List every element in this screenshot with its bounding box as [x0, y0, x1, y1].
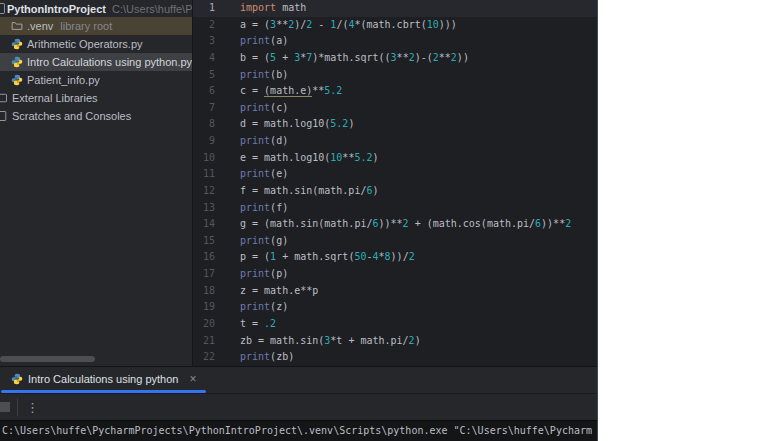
line-number: 4 — [193, 50, 215, 67]
project-tool-window: PythonIntroProject C:\Users\huffe\Py .ve… — [0, 0, 193, 366]
line-number: 1 — [193, 0, 215, 17]
code-text: g = (math.sin(math.pi/6))**2 + (math.cos… — [215, 218, 571, 229]
code-line-12[interactable]: 12f = math.sin(math.pi/6) — [193, 183, 597, 200]
line-number: 19 — [193, 299, 215, 316]
code-text: z = math.e**p — [215, 285, 318, 296]
run-tab[interactable]: Intro Calculations using python × — [0, 367, 207, 393]
code-text: import math — [215, 2, 306, 13]
more-options-icon[interactable]: ⋮ — [26, 401, 39, 414]
code-line-11[interactable]: 11print(e) — [193, 166, 597, 183]
code-line-6[interactable]: 6c = (math.e)**5.2 — [193, 83, 597, 100]
line-number: 11 — [193, 166, 215, 183]
tree-item-arithmetic-operators-py[interactable]: Arithmetic Operators.py — [0, 35, 192, 53]
code-line-13[interactable]: 13print(f) — [193, 200, 597, 217]
code-line-14[interactable]: 14g = (math.sin(math.pi/6))**2 + (math.c… — [193, 216, 597, 233]
python-icon — [10, 38, 23, 51]
code-line-16[interactable]: 16p = (1 + math.sqrt(50-4*8))/2 — [193, 249, 597, 266]
tree-item-label: .venv — [27, 20, 53, 32]
code-line-8[interactable]: 8d = math.log10(5.2) — [193, 116, 597, 133]
project-root-path: C:\Users\huffe\Py — [112, 3, 192, 15]
code-text: e = math.log10(10**5.2) — [215, 152, 379, 163]
tree-item-label: Scratches and Consoles — [12, 110, 131, 122]
line-number: 21 — [193, 333, 215, 350]
project-horizontal-scrollbar[interactable] — [0, 356, 95, 362]
code-line-19[interactable]: 19print(z) — [193, 299, 597, 316]
tree-item-patient-info-py[interactable]: Patient_info.py — [0, 71, 192, 89]
python-icon — [10, 74, 23, 87]
tree-item-label: Arithmetic Operators.py — [27, 38, 143, 50]
code-text: t = .2 — [215, 318, 276, 329]
toolbar-separator — [17, 398, 18, 416]
code-line-1[interactable]: 1import math — [193, 0, 597, 17]
line-number: 6 — [193, 83, 215, 100]
code-text: print(d) — [215, 135, 288, 146]
external-icon — [0, 92, 8, 105]
code-line-9[interactable]: 9print(d) — [193, 133, 597, 150]
tree-item-hint: library root — [60, 20, 112, 32]
line-number: 20 — [193, 316, 215, 333]
code-text: print(zb) — [215, 351, 294, 362]
project-root-row[interactable]: PythonIntroProject C:\Users\huffe\Py — [0, 0, 192, 17]
console-output-line: C:\Users\huffe\PycharmProjects\PythonInt… — [0, 421, 597, 441]
tree-item-external-libraries[interactable]: External Libraries — [0, 89, 192, 107]
code-line-4[interactable]: 4b = (5 + 3*7)*math.sqrt((3**2)-(2**2)) — [193, 50, 597, 67]
code-editor[interactable]: 1import math2a = (3**2)/2 - 1/(4*(math.c… — [193, 0, 597, 366]
pycharm-window: PythonIntroProject C:\Users\huffe\Py .ve… — [0, 0, 598, 441]
folder-icon — [10, 20, 23, 33]
project-tree: .venvlibrary rootArithmetic Operators.py… — [0, 17, 192, 125]
project-root-name: PythonIntroProject — [7, 3, 106, 15]
code-line-22[interactable]: 22print(zb) — [193, 349, 597, 366]
code-text: print(p) — [215, 268, 288, 279]
tree-item-scratches-and-consoles[interactable]: Scratches and Consoles — [0, 107, 192, 125]
scratches-icon — [0, 110, 8, 123]
code-line-10[interactable]: 10e = math.log10(10**5.2) — [193, 150, 597, 167]
python-icon — [11, 373, 23, 385]
code-text: print(c) — [215, 102, 288, 113]
line-number: 18 — [193, 283, 215, 300]
main-area: PythonIntroProject C:\Users\huffe\Py .ve… — [0, 0, 597, 366]
code-text: print(g) — [215, 235, 288, 246]
code-text: print(f) — [215, 202, 288, 213]
line-number: 8 — [193, 116, 215, 133]
run-tab-bar: Intro Calculations using python × — [0, 367, 597, 394]
line-number: 5 — [193, 67, 215, 84]
line-number: 2 — [193, 17, 215, 34]
code-text: d = math.log10(5.2) — [215, 118, 354, 129]
tree-item-intro-calculations-using-python-py[interactable]: Intro Calculations using python.py — [0, 53, 192, 71]
line-number: 10 — [193, 150, 215, 167]
code-line-18[interactable]: 18z = math.e**p — [193, 283, 597, 300]
code-text: print(z) — [215, 301, 288, 312]
tree-item-venv[interactable]: .venvlibrary root — [0, 17, 192, 35]
code-text: b = (5 + 3*7)*math.sqrt((3**2)-(2**2)) — [215, 52, 469, 63]
run-toolbar: ⋮ — [0, 394, 597, 420]
code-text: print(a) — [215, 35, 288, 46]
code-text: f = math.sin(math.pi/6) — [215, 185, 379, 196]
code-line-3[interactable]: 3print(a) — [193, 33, 597, 50]
close-tab-icon[interactable]: × — [189, 373, 196, 385]
python-icon — [10, 56, 23, 69]
code-text: c = (math.e)**5.2 — [215, 85, 342, 96]
line-number: 13 — [193, 200, 215, 217]
code-line-7[interactable]: 7print(c) — [193, 100, 597, 117]
line-number: 16 — [193, 249, 215, 266]
code-line-20[interactable]: 20t = .2 — [193, 316, 597, 333]
tree-item-label: External Libraries — [12, 92, 98, 104]
code-line-2[interactable]: 2a = (3**2)/2 - 1/(4*(math.cbrt(10))) — [193, 17, 597, 34]
code-line-17[interactable]: 17print(p) — [193, 266, 597, 283]
tree-item-label: Intro Calculations using python.py — [27, 56, 192, 68]
stop-icon[interactable] — [0, 402, 10, 412]
line-number: 12 — [193, 183, 215, 200]
run-console[interactable]: C:\Users\huffe\PycharmProjects\PythonInt… — [0, 420, 597, 441]
line-number: 17 — [193, 266, 215, 283]
code-line-15[interactable]: 15print(g) — [193, 233, 597, 250]
line-number: 22 — [193, 349, 215, 366]
page-background: PythonIntroProject C:\Users\huffe\Py .ve… — [0, 0, 784, 441]
line-number: 14 — [193, 216, 215, 233]
run-tool-window: Intro Calculations using python × ⋮ C:\U… — [0, 366, 597, 441]
code-text: p = (1 + math.sqrt(50-4*8))/2 — [215, 251, 415, 262]
line-number: 7 — [193, 100, 215, 117]
code-text: a = (3**2)/2 - 1/(4*(math.cbrt(10))) — [215, 19, 457, 30]
line-number: 3 — [193, 33, 215, 50]
code-line-5[interactable]: 5print(b) — [193, 67, 597, 84]
code-line-21[interactable]: 21zb = math.sin(3*t + math.pi/2) — [193, 333, 597, 350]
